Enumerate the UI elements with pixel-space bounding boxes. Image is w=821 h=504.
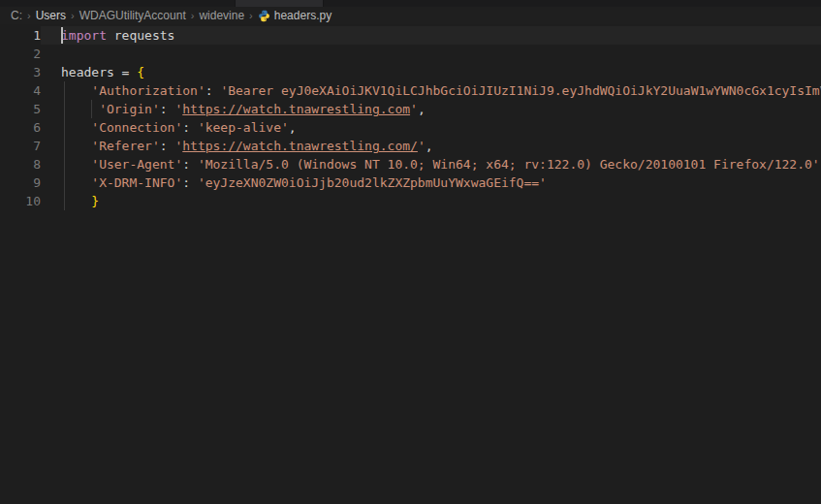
- code-text[interactable]: 'Connection': 'keep-alive',: [41, 118, 821, 137]
- token-plain: :: [182, 175, 198, 190]
- code-line[interactable]: 10 }: [0, 192, 821, 210]
- token-plain: :: [182, 157, 198, 172]
- code-text[interactable]: headers = {: [41, 63, 821, 81]
- code-text[interactable]: import requests: [41, 26, 821, 45]
- code-line[interactable]: 7 'Referer': 'https://watch.tnawrestling…: [0, 137, 821, 155]
- token-plain: :: [160, 139, 175, 153]
- editor[interactable]: 1import requests23headers = {4 'Authoriz…: [0, 24, 821, 504]
- token-str: 'Connection': [91, 120, 182, 135]
- line-number[interactable]: 7: [0, 137, 41, 155]
- code-text[interactable]: 'X-DRM-INFO': 'eyJzeXN0ZW0iOiJjb20ud2lkZ…: [41, 173, 821, 192]
- tab-bar: [0, 0, 821, 7]
- breadcrumb-item[interactable]: widevine: [199, 9, 244, 22]
- line-number[interactable]: 1: [0, 26, 41, 45]
- line-number[interactable]: 6: [0, 118, 41, 137]
- token-str: 'Origin': [99, 102, 160, 116]
- code-text[interactable]: 'Authorization': 'Bearer eyJ0eXAiOiJKV1Q…: [41, 81, 821, 100]
- token-url: https://watch.tnawrestling.com: [182, 102, 410, 116]
- token-plain: requests: [107, 28, 174, 43]
- token-brace: }: [91, 194, 99, 208]
- text-cursor: [61, 27, 63, 44]
- indent-guide: [64, 81, 65, 210]
- token-plain: :: [205, 83, 221, 98]
- breadcrumb-item[interactable]: WDAGUtilityAccount: [79, 9, 186, 22]
- token-brace: {: [137, 65, 144, 79]
- line-number[interactable]: 10: [0, 192, 41, 210]
- line-number[interactable]: 4: [0, 81, 41, 100]
- code-text[interactable]: 'Referer': 'https://watch.tnawrestling.c…: [41, 137, 821, 155]
- breadcrumb-item[interactable]: C:: [11, 9, 22, 22]
- code-line[interactable]: 4 'Authorization': 'Bearer eyJ0eXAiOiJKV…: [0, 81, 821, 100]
- token-plain: [61, 139, 91, 153]
- breadcrumb-item[interactable]: Users: [36, 9, 66, 22]
- line-number[interactable]: 9: [0, 173, 41, 192]
- code-line[interactable]: 2: [0, 45, 821, 63]
- breadcrumb-path: C:›Users›WDAGUtilityAccount›widevine›: [11, 9, 258, 22]
- token-str: 'Bearer eyJ0eXAiOiJKV1QiLCJhbGciOiJIUzI1…: [220, 83, 821, 98]
- token-plain: [61, 194, 91, 208]
- breadcrumb-file[interactable]: headers.py: [274, 9, 332, 22]
- token-plain: ,: [426, 139, 433, 153]
- breadcrumb: C:›Users›WDAGUtilityAccount›widevine› he…: [0, 7, 821, 24]
- token-str: 'User-Agent': [91, 157, 182, 172]
- token-str: 'Referer': [91, 139, 159, 153]
- token-str: ': [418, 139, 426, 153]
- token-plain: [61, 83, 91, 98]
- chevron-right-icon: ›: [249, 10, 253, 21]
- token-plain: [61, 102, 99, 116]
- token-str: 'eyJzeXN0ZW0iOiJjb20ud2lkZXZpbmUuYWxwaGE…: [198, 175, 547, 190]
- chevron-right-icon: ›: [191, 10, 195, 21]
- chevron-right-icon: ›: [27, 10, 31, 21]
- token-kw: import: [61, 28, 107, 43]
- code-text[interactable]: }: [41, 192, 821, 210]
- token-plain: ,: [418, 102, 426, 116]
- code-line[interactable]: 3headers = {: [0, 63, 821, 81]
- token-str: 'X-DRM-INFO': [91, 175, 182, 190]
- line-number[interactable]: 8: [0, 155, 41, 173]
- token-plain: headers =: [61, 65, 137, 79]
- indent-guide: [91, 100, 92, 118]
- python-icon: [258, 10, 270, 22]
- token-str: 'Authorization': [91, 83, 205, 98]
- token-str: 'Mozilla/5.0 (Windows NT 10.0; Win64; x6…: [198, 157, 820, 172]
- token-plain: ,: [289, 120, 297, 135]
- line-number[interactable]: 3: [0, 63, 41, 81]
- code-text[interactable]: 'User-Agent': 'Mozilla/5.0 (Windows NT 1…: [41, 155, 821, 173]
- code-line[interactable]: 1import requests: [0, 26, 821, 45]
- token-str: 'keep-alive': [198, 120, 289, 135]
- code-line[interactable]: 8 'User-Agent': 'Mozilla/5.0 (Windows NT…: [0, 155, 821, 173]
- token-plain: :: [182, 120, 198, 135]
- editor-tab[interactable]: [235, 0, 324, 7]
- line-number[interactable]: 2: [0, 45, 41, 63]
- token-plain: :: [160, 102, 175, 116]
- code-text[interactable]: [41, 45, 821, 63]
- code-line[interactable]: 9 'X-DRM-INFO': 'eyJzeXN0ZW0iOiJjb20ud2l…: [0, 173, 821, 192]
- token-str: ': [410, 102, 418, 116]
- code-text[interactable]: 'Origin': 'https://watch.tnawrestling.co…: [41, 100, 821, 118]
- token-plain: [61, 175, 91, 190]
- token-plain: [61, 120, 91, 135]
- code-line[interactable]: 6 'Connection': 'keep-alive',: [0, 118, 821, 137]
- token-url: https://watch.tnawrestling.com/: [182, 139, 418, 153]
- token-plain: [61, 157, 91, 172]
- line-number[interactable]: 5: [0, 100, 41, 118]
- code-line[interactable]: 5 'Origin': 'https://watch.tnawrestling.…: [0, 100, 821, 118]
- chevron-right-icon: ›: [71, 10, 75, 21]
